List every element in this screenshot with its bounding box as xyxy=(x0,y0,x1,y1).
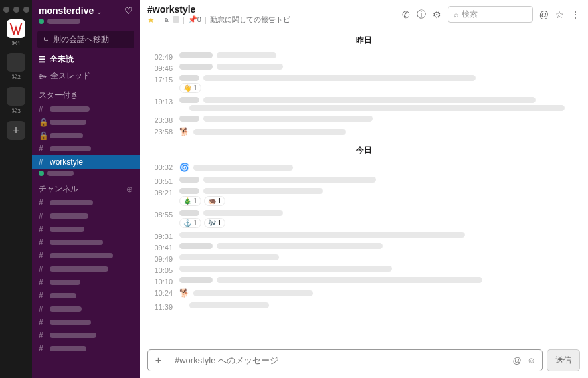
all-unread-link[interactable]: ☰ 全未読 xyxy=(32,51,140,68)
message-row[interactable]: 09:49 xyxy=(140,253,588,264)
channel-header: #workstyle ★| ೩ | 📌0| 勤怠に関しての報告トピ ✆ ⓘ ⚙ … xyxy=(140,0,588,29)
workspace-rail: ⌘1 ⌘2 ⌘3 + xyxy=(0,0,32,378)
message-time: 23:38 xyxy=(151,116,173,124)
channel-item[interactable] xyxy=(32,169,140,178)
message-time: 17:15 xyxy=(151,75,173,84)
message-time: 23:58 xyxy=(151,127,173,136)
message-time: 08:21 xyxy=(151,188,173,197)
starred-section-header[interactable]: スター付き xyxy=(32,84,140,102)
message-row[interactable]: 10:24🐕 xyxy=(140,287,588,301)
workspace-shortcut: ⌘3 xyxy=(11,108,21,114)
reaction-button[interactable]: 🎄1 xyxy=(179,196,201,206)
search-icon: ⌕ xyxy=(454,10,458,19)
members-icon[interactable]: ೩ xyxy=(163,16,179,24)
channel-item-workstyle[interactable]: #workstyle xyxy=(32,155,140,169)
message-row[interactable]: 23:38 xyxy=(140,114,588,126)
date-divider: 今日 xyxy=(348,145,380,155)
message-row[interactable]: 00:51 xyxy=(140,175,588,187)
channel-item[interactable]: # xyxy=(32,262,140,276)
workspace-shortcut: ⌘1 xyxy=(11,40,21,47)
reaction-button[interactable]: ⚓1 xyxy=(179,218,201,228)
workspace-name[interactable]: monsterdive xyxy=(39,5,94,16)
workspace-icon-active[interactable] xyxy=(7,19,25,38)
emoji-icon[interactable]: ☺ xyxy=(527,355,536,365)
date-divider: 昨日 xyxy=(348,35,380,45)
notifications-icon[interactable]: ♡ xyxy=(124,5,133,16)
message-time: 10:10 xyxy=(151,277,173,286)
channel-item[interactable]: # xyxy=(32,329,140,342)
list-icon: ☰ xyxy=(39,55,46,64)
message-composer[interactable]: + @ ☺ xyxy=(147,349,543,371)
reaction-button[interactable]: 🎶1 xyxy=(204,218,226,228)
message-row[interactable]: 17:15👋1 xyxy=(140,74,588,96)
message-row[interactable]: 11:39 xyxy=(140,301,588,312)
presence-dot xyxy=(39,19,44,24)
channels-section-header[interactable]: チャンネル ⊕ xyxy=(32,178,140,196)
message-row[interactable]: 10:10 xyxy=(140,276,588,287)
all-threads-link[interactable]: ⌲ 全スレッド xyxy=(32,68,140,84)
channel-item[interactable]: 🔒 xyxy=(32,129,140,142)
window-controls[interactable] xyxy=(3,3,29,19)
message-time: 00:51 xyxy=(151,177,173,185)
pinned-count[interactable]: 📌0 xyxy=(188,15,201,24)
channel-item[interactable]: # xyxy=(32,142,140,155)
call-icon[interactable]: ✆ xyxy=(402,9,410,20)
message-time: 00:32 xyxy=(151,163,173,171)
mentions-icon[interactable]: @ xyxy=(539,9,549,20)
message-row[interactable]: 00:32🌀 xyxy=(140,161,588,175)
message-input[interactable] xyxy=(169,350,506,371)
chevron-down-icon: ⌄ xyxy=(96,8,102,15)
message-row[interactable]: 09:41 xyxy=(140,242,588,253)
info-icon[interactable]: ⓘ xyxy=(417,9,426,21)
channel-item[interactable]: # xyxy=(32,342,140,355)
message-time: 09:31 xyxy=(151,232,173,240)
star-icon[interactable]: ★ xyxy=(147,15,155,25)
message-list[interactable]: 昨日 02:4909:4617:15👋119:1323:3823:58🐕 今日 … xyxy=(140,29,588,344)
message-time: 10:05 xyxy=(151,266,173,274)
message-row[interactable]: 09:31 xyxy=(140,231,588,242)
channel-item[interactable]: # xyxy=(32,316,140,329)
message-time: 09:41 xyxy=(151,243,173,252)
workspace-shortcut: ⌘2 xyxy=(11,74,21,80)
message-row[interactable]: 02:49 xyxy=(140,51,588,62)
more-icon[interactable]: ⋮ xyxy=(571,9,580,20)
message-row[interactable]: 08:55⚓1🎶1 xyxy=(140,209,588,231)
channel-item[interactable]: # xyxy=(32,223,140,236)
mention-icon[interactable]: @ xyxy=(513,355,522,365)
jump-icon: ⤷ xyxy=(43,35,49,45)
channel-item[interactable]: # xyxy=(32,209,140,223)
channel-item[interactable]: # xyxy=(32,276,140,289)
message-row[interactable]: 08:21🎄1🦔1 xyxy=(140,187,588,209)
workspace-icon[interactable] xyxy=(7,53,25,72)
channel-title[interactable]: #workstyle xyxy=(147,4,290,15)
message-time: 11:39 xyxy=(151,302,173,311)
message-row[interactable]: 09:46 xyxy=(140,62,588,74)
message-time: 08:55 xyxy=(151,210,173,219)
message-row[interactable]: 10:05 xyxy=(140,264,588,276)
search-input[interactable]: ⌕ 検索 xyxy=(448,6,533,23)
reaction-button[interactable]: 👋1 xyxy=(179,83,201,93)
message-time: 19:13 xyxy=(151,97,173,106)
jump-to-conversation[interactable]: ⤷ 別の会話へ移動 xyxy=(37,31,134,48)
attach-button[interactable]: + xyxy=(148,350,169,371)
channel-item[interactable]: 🔒 xyxy=(32,116,140,129)
channel-item[interactable]: # xyxy=(32,302,140,316)
message-row[interactable]: 19:13 xyxy=(140,96,588,114)
channel-item[interactable]: # xyxy=(32,236,140,249)
settings-icon[interactable]: ⚙ xyxy=(433,9,441,20)
reaction-button[interactable]: 🦔1 xyxy=(204,196,226,206)
add-workspace-button[interactable]: + xyxy=(7,121,25,140)
channel-topic[interactable]: 勤怠に関しての報告トピ xyxy=(210,15,290,25)
message-time: 09:49 xyxy=(151,254,173,263)
send-button[interactable]: 送信 xyxy=(547,349,580,371)
channel-item[interactable]: # xyxy=(32,289,140,302)
channel-sidebar: monsterdive ⌄ ♡ ⤷ 別の会話へ移動 ☰ 全未読 ⌲ 全スレッド … xyxy=(32,0,140,378)
message-row[interactable]: 23:58🐕 xyxy=(140,126,588,140)
star-icon[interactable]: ☆ xyxy=(555,9,564,20)
channel-item[interactable]: # xyxy=(32,102,140,116)
channel-item[interactable]: # xyxy=(32,196,140,209)
user-status[interactable] xyxy=(32,19,140,28)
workspace-icon[interactable] xyxy=(7,87,25,106)
channel-item[interactable]: # xyxy=(32,249,140,262)
add-channel-icon[interactable]: ⊕ xyxy=(126,185,133,194)
